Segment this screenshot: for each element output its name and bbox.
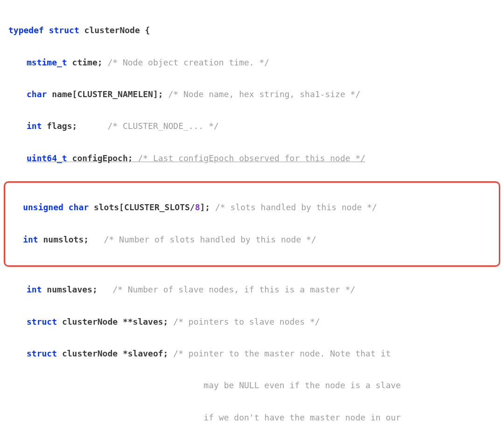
- code-line: may be NULL even if the node is a slave: [8, 377, 496, 393]
- code-line: uint64_t configEpoch; /* Last configEpoc…: [8, 150, 496, 166]
- code-line: int numslots; /* Number of slots handled…: [10, 232, 494, 248]
- code-line: char name[CLUSTER_NAMELEN]; /* Node name…: [8, 86, 496, 102]
- code-line: mstime_t ctime; /* Node object creation …: [8, 55, 496, 71]
- code-line: int numslaves; /* Number of slave nodes,…: [8, 282, 496, 298]
- code-line: int flags; /* CLUSTER_NODE_... */: [8, 118, 496, 134]
- highlight-box: unsigned char slots[CLUSTER_SLOTS/8]; /*…: [4, 181, 500, 267]
- code-line: struct clusterNode *slaveof; /* pointer …: [8, 346, 496, 362]
- code-block: typedef struct clusterNode { mstime_t ct…: [8, 7, 496, 434]
- code-line: unsigned char slots[CLUSTER_SLOTS/8]; /*…: [10, 199, 494, 215]
- code-line: typedef struct clusterNode {: [8, 22, 496, 38]
- code-line: if we don't have the master node in our: [8, 410, 496, 426]
- code-line: struct clusterNode **slaves; /* pointers…: [8, 314, 496, 330]
